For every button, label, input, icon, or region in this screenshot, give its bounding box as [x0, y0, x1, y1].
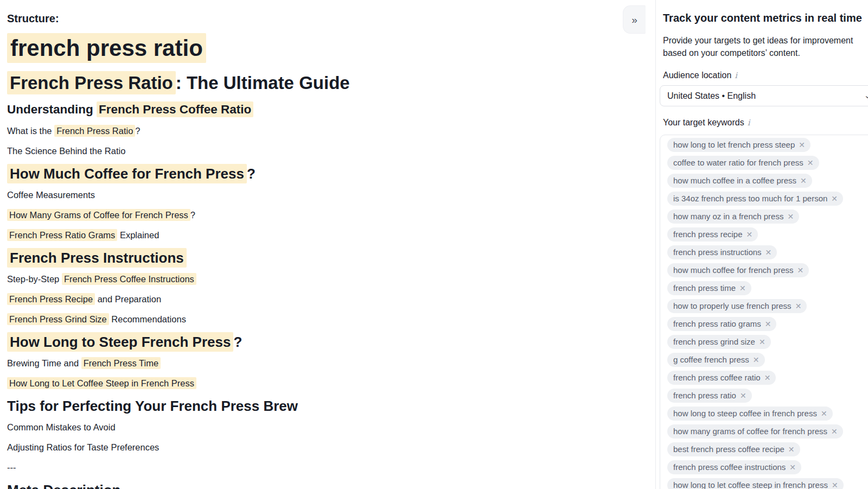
keyword-chip[interactable]: how to properly use french press✕	[667, 299, 807, 313]
keyword-chip[interactable]: french press ratio grams✕	[667, 317, 776, 331]
doc-line-p[interactable]: French Press Grind Size Recommendations	[7, 313, 615, 325]
remove-keyword-icon[interactable]: ✕	[795, 302, 802, 310]
remove-keyword-icon[interactable]: ✕	[797, 266, 804, 274]
remove-keyword-icon[interactable]: ✕	[831, 428, 838, 435]
keyword-chip[interactable]: how much coffee in a coffee press✕	[667, 174, 812, 188]
doc-line-p[interactable]: How Many Grams of Coffee for French Pres…	[7, 209, 615, 221]
doc-line-h3[interactable]: Understanding French Press Coffee Ratio	[7, 101, 615, 117]
keyword-chip[interactable]: french press coffee instructions✕	[667, 460, 801, 474]
keyword-chip[interactable]: is 34oz french press too much for 1 pers…	[667, 192, 843, 206]
doc-text: ?	[190, 210, 195, 220]
keyword-chip-label: coffee to water ratio for french press	[673, 156, 803, 170]
panel-title: Track your content metrics in real time	[663, 11, 868, 25]
keyword-chip-label: french press grind size	[673, 335, 755, 349]
keyword-chip[interactable]: french press time✕	[667, 281, 751, 295]
doc-line-p[interactable]: Step-by-Step French Press Coffee Instruc…	[7, 273, 615, 285]
doc-text: Adjusting Ratios for Taste Preferences	[7, 442, 159, 452]
doc-text: Tips for Perfecting Your French Press Br…	[7, 398, 298, 414]
doc-line-h2[interactable]: How Much Coffee for French Press?	[7, 165, 615, 183]
remove-keyword-icon[interactable]: ✕	[832, 481, 838, 489]
doc-line-p[interactable]: Common Mistakes to Avoid	[7, 421, 615, 433]
keyword-chip-label: how long to let coffee steep in french p…	[673, 478, 828, 489]
remove-keyword-icon[interactable]: ✕	[821, 410, 827, 417]
remove-keyword-icon[interactable]: ✕	[764, 374, 771, 382]
doc-line-h2[interactable]: How Long to Steep French Press?	[7, 333, 615, 351]
keyword-chip[interactable]: coffee to water ratio for french press✕	[667, 156, 819, 170]
collapse-panel-button[interactable]: »	[623, 5, 646, 34]
keyword-highlight: How Long to Let Coffee Steep in French P…	[7, 377, 196, 389]
doc-text: : The Ultimate Guide	[176, 73, 350, 93]
doc-line-p[interactable]: French Press Recipe and Preparation	[7, 293, 615, 305]
doc-line-p[interactable]: French Press Ratio Grams Explained	[7, 229, 615, 241]
keyword-highlight: How Many Grams of Coffee for French Pres…	[7, 209, 190, 221]
doc-line-p[interactable]: Coffee Measurements	[7, 189, 615, 201]
remove-keyword-icon[interactable]: ✕	[739, 284, 746, 292]
chevron-double-right-icon: »	[631, 15, 637, 25]
panel-description-line1: Provide your targets to get ideas for im…	[663, 36, 853, 45]
remove-keyword-icon[interactable]: ✕	[789, 463, 796, 471]
keyword-chip[interactable]: french press recipe✕	[667, 227, 758, 242]
doc-line-h2[interactable]: Tips for Perfecting Your French Press Br…	[7, 397, 615, 415]
document-structure-pane[interactable]: Structure: french press ratioFrench Pres…	[7, 12, 615, 489]
audience-location-select[interactable]: United States • English ⌄	[660, 85, 868, 106]
doc-line-h1[interactable]: French Press Ratio: The Ultimate Guide	[7, 72, 615, 94]
remove-keyword-icon[interactable]: ✕	[800, 177, 807, 185]
remove-keyword-icon[interactable]: ✕	[753, 356, 760, 364]
doc-line-p[interactable]: Brewing Time and French Press Time	[7, 357, 615, 369]
doc-line-p[interactable]: ---	[7, 461, 615, 473]
keyword-chip[interactable]: french press instructions✕	[667, 245, 777, 259]
target-keywords-input[interactable]: how long to let french press steep✕coffe…	[660, 135, 868, 489]
keyword-chip-label: how long to steep coffee in french press	[673, 407, 817, 421]
remove-keyword-icon[interactable]: ✕	[740, 392, 746, 399]
info-icon[interactable]: i	[748, 117, 750, 128]
doc-line-h2[interactable]: Meta Description	[7, 481, 615, 489]
keyword-chip[interactable]: how many oz in a french press✕	[667, 209, 799, 224]
doc-line-p[interactable]: The Science Behind the Ratio	[7, 145, 615, 157]
keyword-highlight: French Press Recipe	[7, 293, 95, 305]
remove-keyword-icon[interactable]: ✕	[799, 141, 805, 149]
keyword-chip[interactable]: how long to let coffee steep in french p…	[667, 478, 844, 489]
target-keywords-label: Your target keywordsi	[663, 117, 868, 128]
panel-description: Provide your targets to get ideas for im…	[663, 34, 868, 59]
keyword-chip-label: french press time	[673, 281, 736, 295]
keyword-chip-label: how to properly use french press	[673, 299, 792, 313]
doc-line-p[interactable]: How Long to Let Coffee Steep in French P…	[7, 377, 615, 389]
document-blocks[interactable]: french press ratioFrench Press Ratio: Th…	[7, 33, 615, 489]
keyword-chip-label: french press instructions	[673, 245, 762, 259]
doc-line-kw[interactable]: french press ratio	[7, 33, 615, 64]
keyword-chip[interactable]: french press ratio✕	[667, 389, 752, 403]
keyword-chip-label: is 34oz french press too much for 1 pers…	[673, 192, 827, 206]
remove-keyword-icon[interactable]: ✕	[759, 338, 765, 346]
remove-keyword-icon[interactable]: ✕	[807, 159, 814, 167]
remove-keyword-icon[interactable]: ✕	[746, 231, 753, 238]
remove-keyword-icon[interactable]: ✕	[788, 446, 795, 453]
keyword-chip[interactable]: best french press coffee recipe✕	[667, 442, 800, 456]
doc-text: ?	[135, 126, 140, 136]
doc-text: ---	[7, 462, 16, 472]
keyword-chip[interactable]: how long to steep coffee in french press…	[667, 407, 833, 421]
keyword-chip[interactable]: g coffee french press✕	[667, 353, 765, 367]
keyword-chip-label: how much coffee for french press	[673, 263, 794, 277]
audience-location-value: United States • English	[660, 91, 756, 101]
doc-line-p[interactable]: Adjusting Ratios for Taste Preferences	[7, 441, 615, 453]
doc-text: Recommendations	[109, 314, 186, 324]
doc-text: Explained	[117, 230, 159, 240]
doc-text: Step-by-Step	[7, 274, 62, 284]
remove-keyword-icon[interactable]: ✕	[765, 249, 772, 256]
keyword-chip[interactable]: how long to let french press steep✕	[667, 138, 810, 152]
remove-keyword-icon[interactable]: ✕	[765, 320, 771, 328]
keyword-highlight: French Press Grind Size	[7, 313, 109, 325]
doc-text: ?	[233, 334, 242, 350]
doc-line-p[interactable]: What is the French Press Ratio?	[7, 125, 615, 137]
keyword-chip-label: how much coffee in a coffee press	[673, 174, 796, 188]
keyword-chip[interactable]: french press grind size✕	[667, 335, 771, 349]
info-icon[interactable]: i	[735, 70, 737, 81]
keyword-chip[interactable]: french press coffee ratio✕	[667, 371, 776, 385]
keyword-highlight: french press ratio	[7, 33, 206, 63]
remove-keyword-icon[interactable]: ✕	[787, 213, 794, 220]
doc-line-h2[interactable]: French Press Instructions	[7, 249, 615, 267]
keyword-chip-label: how long to let french press steep	[673, 138, 795, 152]
keyword-chip[interactable]: how much coffee for french press✕	[667, 263, 809, 277]
remove-keyword-icon[interactable]: ✕	[831, 195, 838, 202]
keyword-chip[interactable]: how many grams of coffee for french pres…	[667, 424, 843, 439]
